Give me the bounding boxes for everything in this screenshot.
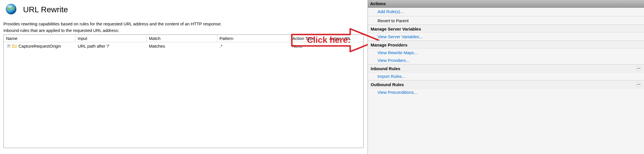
separator [368, 16, 644, 16]
col-header-pattern[interactable]: Pattern [217, 35, 290, 42]
col-header-action-type[interactable]: Action Type [290, 35, 327, 42]
cell-name: CaptureRequestOrigin [19, 44, 61, 48]
row-expander[interactable]: + [7, 44, 10, 48]
grid-header: Name Input Match Pattern Action Type Act… [4, 35, 363, 42]
cell-action-type: None [292, 44, 303, 48]
view-server-variables-link[interactable]: View Server Variables... [368, 33, 644, 40]
col-header-match[interactable]: Match [147, 35, 217, 42]
add-rules-link[interactable]: Add Rule(s)... [368, 8, 644, 15]
table-row[interactable]: + CaptureRequestOrigin URL path after '/… [4, 42, 363, 50]
actions-title: Actions [368, 0, 644, 8]
section-manage-providers: Manage Providers [368, 40, 644, 49]
import-rules-link[interactable]: Import Rules... [368, 72, 644, 80]
page-header: URL Rewrite [3, 3, 364, 16]
view-providers-link[interactable]: View Providers... [368, 56, 644, 64]
actions-pane: Actions Add Rule(s)... Revert to Parent … [368, 0, 644, 154]
svg-point-1 [7, 6, 12, 8]
page-title: URL Rewrite [23, 5, 68, 14]
chevron-up-icon[interactable] [636, 82, 641, 87]
view-preconditions-link[interactable]: View Preconditions... [368, 88, 644, 96]
page-subdescription: Inbound rules that are applied to the re… [3, 28, 364, 33]
section-inbound-rules: Inbound Rules [368, 64, 644, 72]
rules-grid: Name Input Match Pattern Action Type Act… [3, 35, 364, 148]
section-manage-server-variables: Manage Server Variables [368, 25, 644, 33]
col-header-input[interactable]: Input [75, 35, 147, 42]
col-header-name[interactable]: Name [4, 35, 75, 42]
page-description: Provides rewriting capabilities based on… [3, 21, 364, 26]
revert-to-parent[interactable]: Revert to Parent [368, 17, 644, 25]
cell-match: Matches [149, 44, 165, 48]
chevron-up-icon[interactable] [636, 66, 641, 71]
main-pane: URL Rewrite Provides rewriting capabilit… [0, 0, 368, 154]
cell-input: URL path after '/' [78, 44, 109, 48]
globe-icon [5, 3, 17, 16]
col-header-action-url[interactable]: Action URL [327, 35, 363, 42]
folder-icon [12, 44, 17, 48]
view-rewrite-maps-link[interactable]: View Rewrite Maps... [368, 49, 644, 56]
section-outbound-rules: Outbound Rules [368, 80, 644, 88]
cell-pattern: .* [220, 44, 222, 48]
